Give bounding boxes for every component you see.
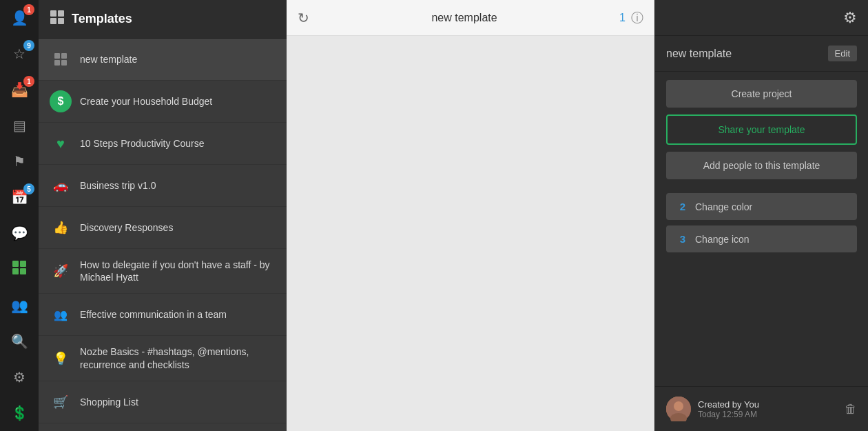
list-item[interactable]: 🛒 Shopping List <box>39 381 287 423</box>
sidebar-templates-icon <box>50 10 65 28</box>
svg-rect-10 <box>54 60 60 66</box>
car-icon: 🚗 <box>50 174 72 197</box>
info-icon[interactable]: ⓘ <box>631 10 643 26</box>
sidebar-item-label: Business trip v1.0 <box>80 179 156 192</box>
rocket-icon: 🚀 <box>50 260 72 282</box>
svg-rect-7 <box>58 18 64 24</box>
svg-rect-6 <box>50 18 56 24</box>
right-panel: ⚙ new template Edit Create project Share… <box>654 0 868 431</box>
gear-icon[interactable]: ⚙ <box>843 9 857 27</box>
change-color-button[interactable]: 2 Change color <box>666 193 857 220</box>
flag-icon: ⚑ <box>13 153 25 170</box>
profile-badge: 1 <box>23 4 34 15</box>
list-item[interactable]: ♥ 10 Steps Productivity Course <box>39 123 287 165</box>
template-name: new template <box>666 48 732 60</box>
svg-rect-8 <box>54 53 60 59</box>
sidebar-item-flags[interactable]: ⚑ <box>0 143 39 179</box>
footer-info: Created by You Today 12:59 AM <box>698 399 838 419</box>
sidebar-item-label: Shopping List <box>80 396 138 408</box>
list-item[interactable]: 👥 Effective communication in a team <box>39 294 287 336</box>
change-color-num: 2 <box>677 201 688 212</box>
dollar-circle-icon: $ <box>50 90 72 112</box>
comments-icon: 💬 <box>11 225 28 241</box>
task-count: 1 <box>619 12 626 24</box>
sidebar-item-inbox[interactable]: 📥 1 <box>0 72 39 108</box>
change-color-label: Change color <box>695 201 752 212</box>
team-icon: 👥 <box>11 297 28 314</box>
sidebar-item-comments[interactable]: 💬 <box>0 215 39 251</box>
people-icon: 👥 <box>50 303 72 325</box>
right-panel-toolbar: ⚙ <box>655 0 868 36</box>
sidebar-item-profile[interactable]: 👤 1 <box>0 0 39 36</box>
billing-icon: 💲 <box>11 405 28 421</box>
change-icon-num: 3 <box>677 233 688 245</box>
right-panel-options: 2 Change color 3 Change icon <box>655 193 868 252</box>
thumbsup-icon: 👍 <box>50 217 72 239</box>
right-panel-footer: Created by You Today 12:59 AM 🗑 <box>655 386 868 431</box>
svg-rect-5 <box>58 10 64 17</box>
svg-rect-11 <box>61 60 67 66</box>
add-people-button[interactable]: Add people to this template <box>666 152 857 179</box>
svg-rect-3 <box>20 268 26 274</box>
create-project-button[interactable]: Create project <box>666 80 857 108</box>
right-panel-actions: Create project Share your template Add p… <box>655 72 868 188</box>
icon-bar: 👤 1 ☆ 9 📥 1 ▤ ⚑ 📅 5 💬 👥 🔍 <box>0 0 39 431</box>
svg-point-13 <box>674 401 683 411</box>
sidebar-item-favorites[interactable]: ☆ 9 <box>0 36 39 72</box>
inbox-badge: 1 <box>23 76 34 87</box>
main-toolbar: ↻ new template 1 ⓘ <box>287 0 654 36</box>
share-template-button[interactable]: Share your template <box>666 114 857 145</box>
list-item[interactable]: new template <box>39 39 287 81</box>
right-panel-header: new template Edit <box>655 36 868 72</box>
svg-rect-2 <box>12 268 19 274</box>
trash-icon[interactable]: 🗑 <box>845 402 857 417</box>
sidebar-item-search[interactable]: 🔍 <box>0 323 39 359</box>
search-icon: 🔍 <box>11 333 28 350</box>
sidebar-title: Templates <box>72 12 132 26</box>
change-icon-button[interactable]: 3 Change icon <box>666 225 857 252</box>
sidebar-item-templates[interactable] <box>0 251 39 287</box>
template-icon <box>50 48 72 70</box>
projects-icon: ▤ <box>13 117 26 134</box>
main-body <box>287 36 654 431</box>
svg-rect-0 <box>12 261 19 267</box>
change-icon-label: Change icon <box>695 234 750 245</box>
sidebar-item-billing[interactable]: 💲 <box>0 395 39 431</box>
sidebar-item-label: Nozbe Basics - #hashtags, @mentions, rec… <box>80 345 276 370</box>
list-item[interactable]: 👍 Discovery Responses <box>39 207 287 249</box>
calendar-badge: 5 <box>23 183 34 194</box>
sidebar-item-label: new template <box>80 53 137 66</box>
favorites-badge: 9 <box>23 40 34 51</box>
bulb-icon: 💡 <box>50 348 72 370</box>
sidebar-item-label: 10 Steps Productivity Course <box>80 137 205 150</box>
settings-icon: ⚙ <box>13 369 25 385</box>
list-item[interactable]: 💡 Nozbe Basics - #hashtags, @mentions, r… <box>39 336 287 381</box>
sidebar-item-team[interactable]: 👥 <box>0 288 39 323</box>
heart-icon: ♥ <box>50 132 72 154</box>
list-item[interactable]: $ Create your Household Budget <box>39 81 287 123</box>
sidebar-item-label: Create your Household Budget <box>80 95 212 108</box>
svg-rect-4 <box>50 10 56 17</box>
svg-rect-1 <box>20 261 26 267</box>
sidebar: Templates new template $ Create your Hou… <box>39 0 287 431</box>
main-title: new template <box>309 12 619 24</box>
main-content: ↻ new template 1 ⓘ <box>287 0 654 431</box>
sidebar-item-label: Discovery Responses <box>80 221 173 234</box>
created-time: Today 12:59 AM <box>698 410 838 419</box>
sidebar-item-settings[interactable]: ⚙ <box>0 359 39 395</box>
edit-button[interactable]: Edit <box>828 46 857 61</box>
avatar <box>666 397 691 421</box>
sidebar-item-label: How to delegate if you don't have a staf… <box>80 259 276 283</box>
sidebar-item-projects[interactable]: ▤ <box>0 108 39 143</box>
cart-icon: 🛒 <box>50 391 72 413</box>
svg-rect-9 <box>61 53 67 59</box>
list-item[interactable]: ✈ Packing list <box>39 423 287 431</box>
templates-icon <box>12 260 27 279</box>
sidebar-item-calendar[interactable]: 📅 5 <box>0 179 39 215</box>
list-item[interactable]: 🚀 How to delegate if you don't have a st… <box>39 249 287 294</box>
sidebar-header: Templates <box>39 0 287 39</box>
created-by: Created by You <box>698 399 838 410</box>
sidebar-item-label: Effective communication in a team <box>80 308 227 321</box>
refresh-button[interactable]: ↻ <box>298 10 309 26</box>
list-item[interactable]: 🚗 Business trip v1.0 <box>39 165 287 207</box>
